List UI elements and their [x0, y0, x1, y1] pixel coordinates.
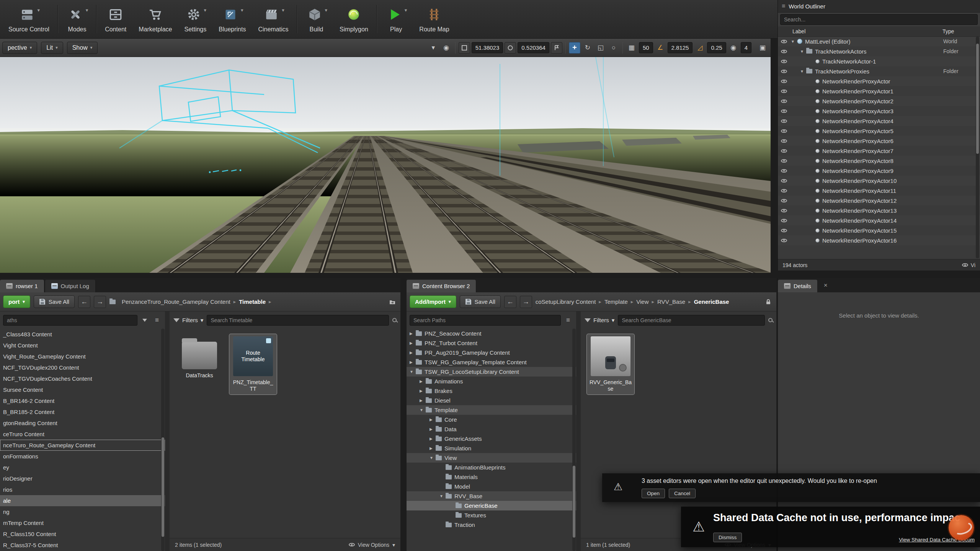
outliner-row[interactable]: NetworkRenderProxyActor3: [778, 106, 980, 116]
tree-row[interactable]: ▶ Animations: [407, 377, 576, 386]
snap-toggle-icon[interactable]: [459, 42, 470, 54]
snap-toggle-icon[interactable]: [505, 42, 516, 54]
tree-row[interactable]: ▶ TSW_RG_Gameplay_Template Content: [407, 357, 576, 367]
expander-arrow-icon[interactable]: ▶: [420, 398, 426, 403]
viewport-coordinate-field-a[interactable]: 51.38023: [472, 42, 503, 53]
back-button[interactable]: ←: [78, 296, 90, 308]
outliner-row[interactable]: ▼ TrackNetworkActors Folder: [778, 46, 980, 56]
rotation-snap-icon[interactable]: ∠: [655, 42, 666, 54]
path-picker-icon[interactable]: [387, 297, 397, 307]
camera-speed-value[interactable]: 4: [741, 42, 751, 53]
visibility-eye-icon[interactable]: [778, 70, 790, 73]
toolbar-modes[interactable]: ▾ Modes: [60, 4, 95, 35]
outliner-column-headers[interactable]: Label Type: [778, 26, 980, 37]
breadcrumb-item[interactable]: coSetupLibrary Content: [536, 298, 596, 305]
visibility-eye-icon[interactable]: [778, 169, 790, 173]
folder-row[interactable]: Sursee Content: [0, 384, 165, 395]
sources-toggle-icon[interactable]: ≡: [152, 315, 162, 325]
chevron-down-icon[interactable]: ▾: [204, 7, 207, 13]
breadcrumb-item[interactable]: PenzanceTruro_Route_Gameplay Content: [122, 298, 230, 305]
folder-row[interactable]: Vight_Route_Gameplay Content: [0, 351, 165, 362]
visibility-eye-icon[interactable]: [778, 60, 790, 63]
world-local-toggle-icon[interactable]: ○: [608, 42, 619, 54]
tree-row[interactable]: Textures: [407, 510, 576, 520]
viewport-options-caret-icon[interactable]: ▾: [428, 42, 439, 54]
tree-row[interactable]: ▶ PNZ_Turbot Content: [407, 338, 576, 348]
visibility-eye-icon[interactable]: [778, 209, 790, 212]
tree-row[interactable]: Traction: [407, 520, 576, 530]
folder-row[interactable]: R_Class37-5 Content: [0, 540, 165, 551]
expander-arrow-icon[interactable]: ▶: [410, 350, 416, 355]
expander-arrow-icon[interactable]: ▼: [800, 49, 806, 54]
expander-arrow-icon[interactable]: ▶: [410, 331, 416, 336]
cb2-search-paths-input[interactable]: [410, 315, 561, 326]
toolbar-settings[interactable]: ▾ Settings: [178, 4, 212, 35]
folder-row[interactable]: Vight Content: [0, 340, 165, 351]
add-import-button[interactable]: Add/Import▾: [410, 295, 456, 308]
perspective-button[interactable]: pective▾: [2, 42, 37, 54]
outliner-row[interactable]: NetworkRenderProxyActor6: [778, 136, 980, 146]
lock-icon[interactable]: [763, 297, 773, 307]
expander-arrow-icon[interactable]: ▼: [430, 456, 436, 460]
outliner-row[interactable]: NetworkRenderProxyActor15: [778, 225, 980, 235]
tab-details[interactable]: Details: [778, 280, 818, 292]
tree-row[interactable]: ▼ RVV_Base: [407, 491, 576, 501]
tree-row[interactable]: ▼ TSW_RG_LocoSetupLibrary Content: [407, 367, 576, 377]
outliner-row[interactable]: NetworkRenderProxyActor: [778, 76, 980, 86]
visibility-eye-icon[interactable]: [778, 119, 790, 123]
expander-arrow-icon[interactable]: ▼: [791, 39, 797, 44]
folder-row[interactable]: ey: [0, 462, 165, 473]
chevron-down-icon[interactable]: ▾: [325, 7, 328, 13]
chevron-down-icon[interactable]: ▾: [405, 7, 407, 13]
tree-row[interactable]: ▶ Diesel: [407, 396, 576, 405]
outliner-row[interactable]: NetworkRenderProxyActor13: [778, 205, 980, 215]
cb1-search-paths-input[interactable]: [3, 315, 137, 326]
forward-button[interactable]: →: [94, 296, 106, 308]
expander-arrow-icon[interactable]: ▼: [800, 69, 806, 73]
toolbar-cinematics[interactable]: ▾ Cinematics: [252, 4, 294, 35]
column-label[interactable]: Label: [792, 28, 805, 34]
folder-row[interactable]: mTemp Content: [0, 517, 165, 528]
expander-arrow-icon[interactable]: ▶: [420, 379, 426, 383]
outliner-row[interactable]: NetworkRenderProxyActor1: [778, 86, 980, 96]
toolbar-route-map[interactable]: Route Map: [413, 4, 455, 35]
rotate-tool-icon[interactable]: ↻: [582, 42, 593, 54]
breadcrumb-item[interactable]: RVV_Base: [657, 298, 685, 305]
folder-row[interactable]: ceTruro Content: [0, 429, 165, 440]
grid-snap-icon[interactable]: ▦: [626, 42, 637, 54]
tree-row[interactable]: ▼ View: [407, 453, 576, 463]
maximize-viewport-icon[interactable]: ▣: [757, 42, 768, 54]
cb2-asset-search-input[interactable]: [618, 315, 765, 326]
move-tool-icon[interactable]: +: [569, 42, 580, 54]
filters-button[interactable]: Filters ▾: [585, 317, 614, 324]
visibility-eye-icon[interactable]: [778, 149, 790, 153]
visibility-eye-icon[interactable]: [778, 189, 790, 192]
visibility-eye-icon[interactable]: [778, 139, 790, 143]
outliner-search-input[interactable]: [780, 14, 978, 25]
filter-funnel-icon[interactable]: [140, 315, 150, 325]
visibility-eye-icon[interactable]: [778, 179, 790, 183]
folder-row[interactable]: R_Class150 Content: [0, 528, 165, 540]
folder-row[interactable]: onFormations: [0, 451, 165, 462]
tree-row[interactable]: ▶ Core: [407, 415, 576, 424]
forward-button[interactable]: →: [520, 296, 532, 308]
cb2-sources-scrollbar[interactable]: [572, 329, 576, 551]
view-options-button[interactable]: View Options ▾: [349, 542, 395, 548]
asset-tile-datatracks[interactable]: DataTracks: [176, 334, 223, 381]
sources-toggle-icon[interactable]: ≡: [563, 315, 573, 325]
expander-arrow-icon[interactable]: ▼: [439, 494, 446, 498]
tree-row[interactable]: ▶ PR_Aug2019_Gameplay Content: [407, 348, 576, 357]
breadcrumb-item[interactable]: Timetable: [239, 298, 266, 305]
asset-tile-timetable[interactable]: Route Timetable PNZ_Timetable_TT: [229, 334, 277, 395]
toolbar-play[interactable]: ▾ Play: [379, 4, 413, 35]
outliner-scrollbar[interactable]: [976, 37, 979, 258]
folder-row[interactable]: B_BR146-2 Content: [0, 395, 165, 406]
level-viewport[interactable]: pective▾ Lit▾ Show▾ ▾ ◉ 51.38023 0.52036…: [0, 39, 771, 273]
tab-output-log[interactable]: Output Log: [45, 280, 96, 292]
outliner-row[interactable]: ▼ TrackNetworkProxies Folder: [778, 66, 980, 76]
outliner-row[interactable]: ▼ MattLevel (Editor) World: [778, 36, 980, 46]
folder-row[interactable]: ale: [0, 495, 165, 506]
lit-mode-button[interactable]: Lit▾: [41, 42, 63, 54]
visibility-eye-icon[interactable]: [778, 80, 790, 83]
visibility-eye-icon[interactable]: [778, 199, 790, 202]
